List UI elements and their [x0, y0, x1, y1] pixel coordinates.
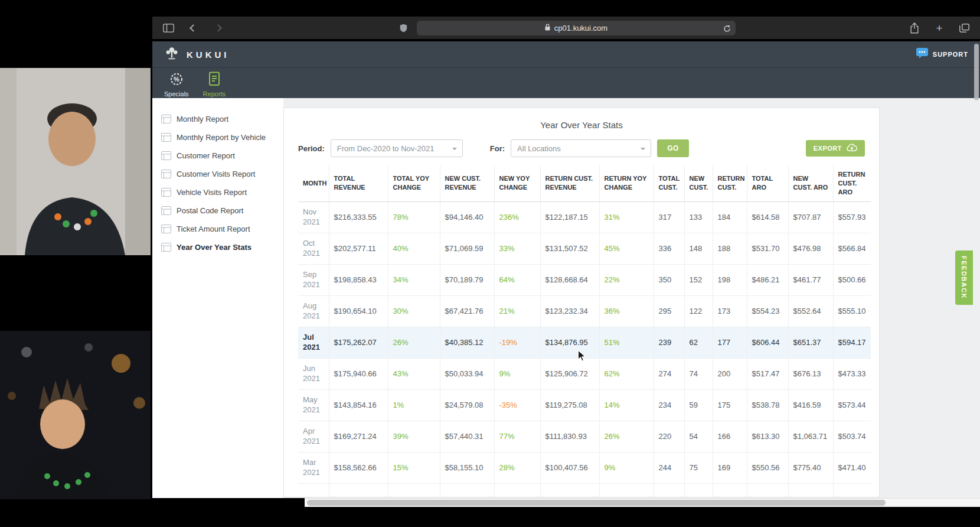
sidebar-item-label: Monthly Report [177, 115, 228, 123]
sidebar-item-label: Year Over Year Stats [177, 243, 251, 252]
sidebar-item-label: Vehicle Visits Report [177, 188, 247, 197]
page-title: Year Over Year Stats [298, 115, 865, 139]
webcam-video-bottom [0, 331, 151, 499]
month-cell: May2021 [298, 389, 329, 421]
month-cell: Aug2021 [298, 295, 329, 327]
column-header-new-yoy-change: NEW YOY CHANGE [494, 165, 540, 201]
webcam-bottom-scene [0, 331, 151, 499]
year-over-year-stats-icon [161, 243, 171, 252]
refresh-icon[interactable] [723, 24, 731, 35]
cell: $202,577.11 [329, 233, 388, 264]
back-icon[interactable] [187, 21, 200, 34]
cell: 14% [599, 389, 654, 421]
sidebar-item-postal-code-report[interactable]: Postal Code Report [152, 201, 283, 220]
column-header-new-cust-aro: NEW CUST. ARO [788, 165, 833, 201]
cell: $707.87 [788, 201, 833, 233]
sidebar-item-label: Customer Report [177, 151, 235, 160]
cell: 64% [494, 264, 540, 295]
url-bar[interactable]: cp01.kukui.com [417, 21, 736, 35]
cell: $50,033.94 [440, 358, 494, 389]
customer-report-icon [161, 151, 171, 160]
nav-item-reports[interactable]: Reports [203, 70, 226, 98]
cell: $134,876.95 [540, 327, 599, 358]
cell: $486.21 [747, 264, 788, 295]
monthly-report-icon [161, 115, 171, 123]
postal-code-report-icon [161, 206, 171, 215]
cell: 122 [684, 295, 713, 327]
export-button[interactable]: EXPORT [806, 140, 865, 157]
horizontal-scrollbar-thumb[interactable] [307, 500, 886, 506]
cell [747, 483, 788, 497]
export-label: EXPORT [814, 145, 842, 152]
share-icon[interactable] [908, 21, 921, 34]
table-row-mar-2021[interactable]: Mar2021$158,562.6615%$58,155.1028%$100,4… [298, 452, 871, 483]
month-cell: Apr2021 [298, 421, 329, 452]
cell: $471.40 [833, 452, 871, 483]
vehicle-visits-report-icon [161, 188, 171, 197]
cell [788, 483, 833, 497]
cell: $143,854.16 [329, 389, 388, 421]
table-row-apr-2021[interactable]: Apr2021$169,271.2439%$57,440.3177%$111,8… [298, 421, 871, 452]
horizontal-scrollbar[interactable] [305, 498, 980, 507]
cell: $100,407.56 [540, 452, 599, 483]
feedback-tab[interactable]: FEEDBACK [955, 251, 973, 305]
go-button[interactable]: GO [657, 139, 689, 157]
cell: 74 [684, 358, 713, 389]
sidebar-toggle-icon[interactable] [162, 21, 175, 34]
cell: 26% [599, 421, 654, 452]
cell: 239 [654, 327, 684, 358]
month-cell: Sep2021 [298, 264, 329, 295]
app-header: KUKUI SUPPORT [152, 41, 980, 67]
month-cell: Jul2021 [298, 327, 329, 358]
cell: $651.37 [788, 327, 833, 358]
cell: $175,262.07 [329, 327, 388, 358]
sidebar-item-monthly-report[interactable]: Monthly Report [152, 110, 283, 128]
nav-item-specials[interactable]: % Specials [164, 70, 189, 98]
cell: 78% [388, 201, 440, 233]
table-row-may-2021[interactable]: May2021$143,854.161%$24,579.08-35%$119,2… [298, 389, 871, 421]
cell: $131,507.52 [540, 233, 599, 264]
table-row-aug-2021[interactable]: Aug2021$190,654.1030%$67,421.7621%$123,2… [298, 295, 871, 327]
cell: $461.77 [788, 264, 833, 295]
for-label: For: [490, 144, 505, 153]
table-row-nov-2021[interactable]: Nov2021$216,333.5578%$94,146.40236%$122,… [298, 201, 871, 233]
table-row-sep-2021[interactable]: Sep2021$198,858.4334%$70,189.7964%$128,6… [298, 264, 871, 295]
month-cell: Oct2021 [298, 233, 329, 264]
cell: $476.98 [788, 233, 833, 264]
new-tab-icon[interactable]: + [933, 21, 946, 34]
sidebar-item-customer-visits-report[interactable]: Customer Visits Report [152, 165, 283, 183]
table-row-oct-2021[interactable]: Oct2021$202,577.1140%$71,069.5933%$131,5… [298, 233, 871, 264]
cell [440, 483, 494, 497]
cell: $517.47 [747, 358, 788, 389]
period-dropdown[interactable]: From Dec-2020 to Nov-2021 [331, 139, 463, 157]
app-nav: % Specials Reports [152, 67, 980, 98]
cell: $40,385.12 [440, 327, 494, 358]
ticket-amount-report-icon [161, 225, 171, 233]
forward-icon[interactable] [211, 21, 224, 34]
sidebar-item-vehicle-visits-report[interactable]: Vehicle Visits Report [152, 183, 283, 201]
cell: 244 [654, 452, 684, 483]
cell: 274 [654, 358, 684, 389]
cell [540, 483, 599, 497]
brand-name: KUKUI [187, 50, 230, 60]
sidebar-item-label: Monthly Report by Vehicle [177, 133, 266, 142]
column-header-new-cust: NEW CUST. [684, 165, 713, 201]
cell: 148 [684, 233, 713, 264]
support-button[interactable]: SUPPORT [916, 48, 968, 61]
column-header-total-revenue: TOTAL REVENUE [329, 165, 388, 201]
cell [298, 483, 329, 497]
nav-label: Specials [164, 90, 189, 97]
cell: $125,906.72 [540, 358, 599, 389]
tab-overview-icon[interactable] [958, 21, 971, 34]
cell: 184 [713, 201, 747, 233]
location-dropdown[interactable]: All Locations [511, 139, 651, 157]
sidebar-item-ticket-amount-report[interactable]: Ticket Amount Report [152, 220, 283, 238]
svg-text:%: % [174, 76, 179, 83]
cell: $58,155.10 [440, 452, 494, 483]
vertical-scrollbar-thumb[interactable] [974, 44, 979, 100]
privacy-shield-icon[interactable] [397, 21, 410, 34]
sidebar-item-customer-report[interactable]: Customer Report [152, 147, 283, 165]
cell: $70,189.79 [440, 264, 494, 295]
sidebar-item-year-over-year-stats[interactable]: Year Over Year Stats [152, 238, 283, 256]
sidebar-item-monthly-report-by-vehicle[interactable]: Monthly Report by Vehicle [152, 128, 283, 147]
